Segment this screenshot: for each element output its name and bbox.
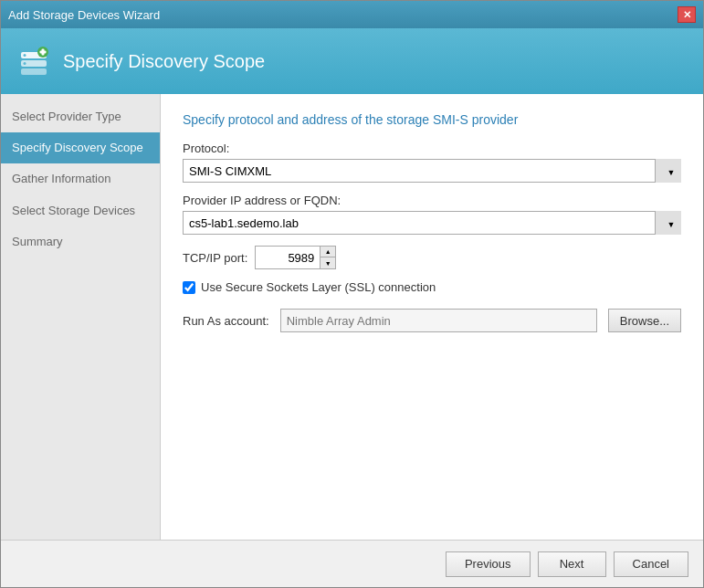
tcp-row: TCP/IP port: ▲ ▼ <box>183 246 681 269</box>
svg-point-4 <box>24 62 26 65</box>
footer: Previous Next Cancel <box>1 540 703 587</box>
title-bar: Add Storage Devices Wizard ✕ <box>1 1 703 28</box>
sidebar-item-gather-info[interactable]: Gather Information <box>1 163 160 194</box>
ssl-checkbox[interactable] <box>183 281 195 294</box>
svg-point-3 <box>24 54 26 57</box>
provider-row: Provider IP address or FQDN: cs5-lab1.se… <box>183 194 681 235</box>
previous-button[interactable]: Previous <box>446 551 531 577</box>
provider-select[interactable]: cs5-lab1.sedemo.lab <box>183 211 681 235</box>
window-title: Add Storage Devices Wizard <box>8 8 160 22</box>
protocol-label: Protocol: <box>183 142 681 155</box>
run-as-row: Run As account: Browse... <box>183 309 681 332</box>
wizard-window: Add Storage Devices Wizard ✕ Specify Dis… <box>0 0 704 588</box>
sidebar-item-select-provider[interactable]: Select Provider Type <box>1 101 160 132</box>
provider-select-wrapper: cs5-lab1.sedemo.lab <box>183 211 681 235</box>
wizard-icon <box>16 43 52 79</box>
header-banner: Specify Discovery Scope <box>1 28 703 94</box>
sidebar: Select Provider Type Specify Discovery S… <box>1 94 161 540</box>
tcp-spinner-up[interactable]: ▲ <box>320 247 335 257</box>
ssl-label[interactable]: Use Secure Sockets Layer (SSL) connectio… <box>201 280 436 294</box>
tcp-spinner: ▲ ▼ <box>320 247 335 268</box>
tcp-spinner-down[interactable]: ▼ <box>320 257 335 268</box>
provider-label: Provider IP address or FQDN: <box>183 194 681 207</box>
tcp-label: TCP/IP port: <box>183 251 247 265</box>
svg-rect-2 <box>21 68 47 75</box>
tcp-port-input[interactable] <box>256 247 320 268</box>
protocol-select[interactable]: SMI-S CIMXML <box>183 159 681 183</box>
sidebar-item-specify-scope[interactable]: Specify Discovery Scope <box>1 132 160 163</box>
run-as-input[interactable] <box>280 309 597 332</box>
cancel-button[interactable]: Cancel <box>614 551 688 577</box>
section-title: Specify protocol and address of the stor… <box>183 112 681 127</box>
close-button[interactable]: ✕ <box>678 6 696 23</box>
protocol-row: Protocol: SMI-S CIMXML <box>183 142 681 183</box>
sidebar-item-select-devices[interactable]: Select Storage Devices <box>1 195 160 226</box>
header-title: Specify Discovery Scope <box>63 51 265 72</box>
browse-button[interactable]: Browse... <box>608 309 681 332</box>
protocol-select-wrapper: SMI-S CIMXML <box>183 159 681 183</box>
tcp-input-wrapper: ▲ ▼ <box>255 246 336 269</box>
sidebar-item-summary[interactable]: Summary <box>1 226 160 257</box>
content-area: Select Provider Type Specify Discovery S… <box>1 94 703 540</box>
svg-rect-7 <box>40 51 47 54</box>
ssl-row: Use Secure Sockets Layer (SSL) connectio… <box>183 280 681 294</box>
next-button[interactable]: Next <box>538 551 606 577</box>
main-content: Specify protocol and address of the stor… <box>161 94 703 540</box>
run-as-label: Run As account: <box>183 314 269 328</box>
